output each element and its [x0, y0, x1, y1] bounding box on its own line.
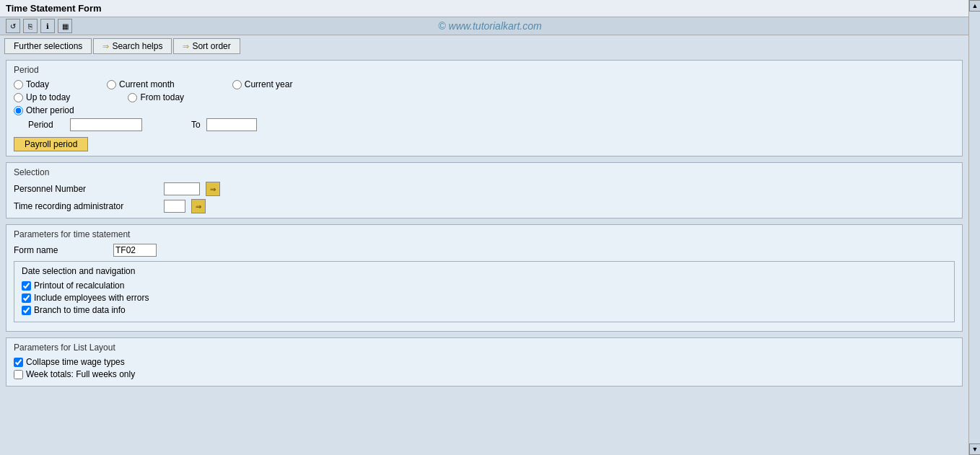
form-name-row: Form name	[14, 244, 955, 257]
period-field-label: Period	[28, 120, 64, 130]
radio-up-to-today-label: Up to today	[26, 92, 70, 102]
week-totals-row: Week totals: Full weeks only	[14, 369, 955, 379]
search-helps-arrow-icon: ⇒	[102, 42, 109, 51]
personnel-number-row: Personnel Number ⇒	[14, 182, 955, 196]
radio-today-input[interactable]	[14, 80, 23, 89]
period-fields: Period To	[28, 118, 955, 131]
week-totals-label: Week totals: Full weeks only	[26, 369, 135, 379]
period-end-input[interactable]	[206, 118, 257, 131]
personnel-number-input[interactable]	[164, 182, 200, 195]
time-recording-input[interactable]	[164, 200, 185, 213]
branch-label: Branch to time data info	[34, 305, 126, 315]
printout-label: Printout of recalculation	[34, 280, 124, 291]
scroll-track[interactable]	[969, 12, 980, 443]
list-layout-section: Parameters for List Layout Collapse time…	[6, 337, 963, 386]
period-start-input[interactable]	[70, 118, 142, 131]
date-selection-title: Date selection and navigation	[22, 266, 947, 276]
time-recording-row: Time recording administrator ⇒	[14, 199, 955, 213]
tab-sort-order[interactable]: ⇒ Sort order	[173, 38, 240, 54]
to-label: To	[191, 120, 201, 130]
selection-title: Selection	[14, 167, 955, 177]
radio-today-label: Today	[26, 79, 49, 89]
radio-current-month-input[interactable]	[107, 80, 116, 89]
search-helps-label: Search helps	[112, 41, 162, 51]
tab-search-helps[interactable]: ⇒ Search helps	[93, 38, 172, 54]
radio-up-to-today-input[interactable]	[14, 93, 23, 102]
period-radio-row-3: Other period	[14, 105, 955, 115]
form-name-label: Form name	[14, 245, 108, 255]
toolbar-icons: ↺ ⎘ ℹ ▦	[6, 19, 72, 33]
collapse-wage-types-row: Collapse time wage types	[14, 357, 955, 367]
printout-checkbox-row: Printout of recalculation	[22, 280, 947, 291]
date-selection-subsection: Date selection and navigation Printout o…	[14, 261, 955, 322]
right-scrollbar: ▲ ▼	[968, 0, 980, 455]
layout-icon[interactable]: ▦	[58, 19, 72, 33]
include-employees-checkbox[interactable]	[22, 293, 31, 303]
printout-checkbox[interactable]	[22, 281, 31, 291]
further-selections-label: Further selections	[14, 41, 82, 51]
params-section: Parameters for time statement Form name …	[6, 224, 963, 332]
radio-current-year-input[interactable]	[232, 80, 242, 89]
radio-from-today: From today	[128, 92, 184, 102]
cycle-icon[interactable]: ↺	[6, 19, 20, 33]
radio-from-today-input[interactable]	[128, 93, 137, 102]
watermark: © www.tutorialkart.com	[438, 20, 541, 32]
toolbar: ↺ ⎘ ℹ ▦ © www.tutorialkart.com	[0, 17, 980, 35]
sort-order-label: Sort order	[192, 41, 230, 51]
radio-current-month-label: Current month	[119, 79, 175, 89]
main-content: Period Today Current month Current year	[0, 57, 980, 395]
period-radio-row-1: Today Current month Current year	[14, 79, 955, 89]
copy-icon[interactable]: ⎘	[23, 19, 38, 33]
week-totals-checkbox[interactable]	[14, 370, 23, 379]
branch-checkbox-row: Branch to time data info	[22, 305, 947, 315]
scroll-up-arrow[interactable]: ▲	[969, 0, 980, 12]
include-employees-label: Include employees with errors	[34, 293, 149, 303]
page-title: Time Statement Form	[6, 3, 102, 14]
selection-section: Selection Personnel Number ⇒ Time record…	[6, 162, 963, 218]
include-employees-checkbox-row: Include employees with errors	[22, 293, 947, 303]
radio-current-year-label: Current year	[245, 79, 293, 89]
time-recording-select-btn[interactable]: ⇒	[191, 199, 206, 213]
payroll-period-button[interactable]: Payroll period	[14, 137, 88, 151]
tab-further-selections[interactable]: Further selections	[4, 38, 92, 54]
info-icon[interactable]: ℹ	[40, 19, 55, 33]
sort-order-arrow-icon: ⇒	[183, 42, 189, 51]
personnel-number-select-btn[interactable]: ⇒	[206, 182, 220, 196]
radio-up-to-today: Up to today	[14, 92, 70, 102]
radio-from-today-label: From today	[140, 92, 184, 102]
period-title: Period	[14, 65, 955, 75]
radio-current-year: Current year	[232, 79, 293, 89]
tab-bar: Further selections ⇒ Search helps ⇒ Sort…	[0, 35, 980, 57]
radio-today: Today	[14, 79, 49, 89]
radio-other-period-input[interactable]	[14, 106, 23, 115]
scroll-down-arrow[interactable]: ▼	[969, 443, 980, 455]
branch-checkbox[interactable]	[22, 306, 31, 315]
period-radio-row-2: Up to today From today	[14, 92, 955, 102]
radio-other-period: Other period	[14, 105, 74, 115]
period-section: Period Today Current month Current year	[6, 60, 963, 156]
title-bar: Time Statement Form	[0, 0, 980, 17]
personnel-number-label: Personnel Number	[14, 184, 158, 194]
collapse-wage-types-checkbox[interactable]	[14, 358, 23, 367]
params-title: Parameters for time statement	[14, 229, 955, 239]
time-recording-label: Time recording administrator	[14, 201, 158, 211]
form-name-input[interactable]	[113, 244, 157, 257]
list-layout-title: Parameters for List Layout	[14, 343, 955, 353]
radio-other-period-label: Other period	[26, 105, 74, 115]
radio-current-month: Current month	[107, 79, 175, 89]
collapse-wage-types-label: Collapse time wage types	[26, 357, 125, 367]
